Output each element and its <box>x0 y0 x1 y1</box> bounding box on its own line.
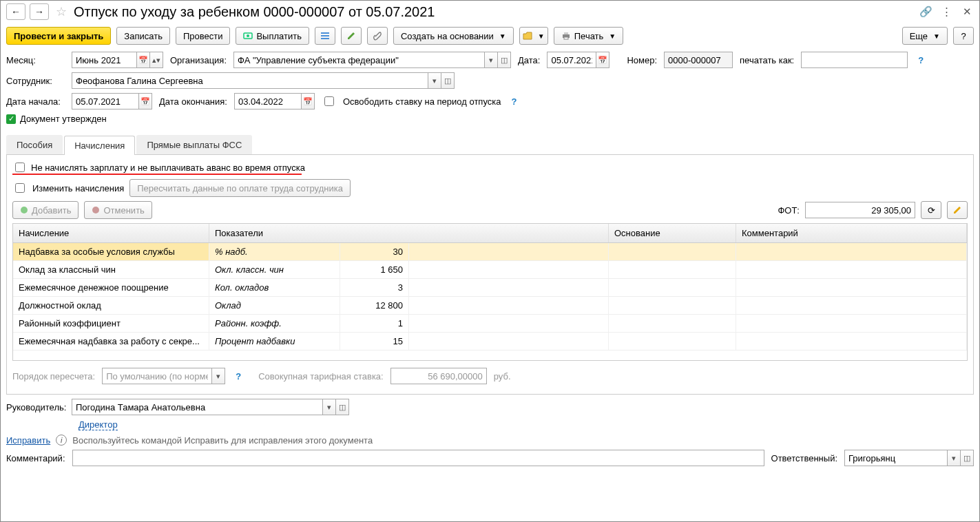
pencil-icon <box>953 206 961 214</box>
change-accruals-checkbox[interactable] <box>15 183 25 193</box>
org-input[interactable] <box>233 52 485 68</box>
refresh-button[interactable]: ⟳ <box>921 201 941 219</box>
chevron-down-icon[interactable]: ▾ <box>428 72 441 89</box>
nocharge-checkbox[interactable] <box>15 163 25 172</box>
paperclip-icon <box>373 31 382 41</box>
enddate-input[interactable] <box>234 93 302 109</box>
table-row[interactable]: Ежемесячная надбавка за работу с секре..… <box>13 333 967 351</box>
table-row[interactable]: Ежемесячное денежное поощрениеКол. оклад… <box>13 279 967 297</box>
org-label: Организация: <box>170 55 227 65</box>
recalc-order-field[interactable]: ▾ <box>102 368 225 384</box>
col-indicators[interactable]: Показатели <box>209 224 609 242</box>
chevron-down-icon[interactable]: ▾ <box>322 399 336 415</box>
cell-comment <box>736 315 967 332</box>
list-view-button[interactable] <box>315 27 335 45</box>
calendar-icon[interactable]: 📅 <box>138 93 152 109</box>
create-based-button[interactable]: Создать на основании▼ <box>393 27 514 45</box>
month-field[interactable]: 📅 ▴▾ <box>72 52 163 68</box>
help-icon[interactable]: ? <box>508 95 520 107</box>
chevron-down-icon[interactable]: ▾ <box>484 52 498 68</box>
enddate-label: Дата окончания: <box>159 96 227 107</box>
approved-checkbox[interactable]: ✓ <box>6 114 16 124</box>
pay-button[interactable]: Выплатить <box>236 27 309 45</box>
info-icon[interactable]: i <box>56 435 67 446</box>
edit-fot-button[interactable] <box>947 201 968 219</box>
cell-basis <box>609 333 736 350</box>
folder-action-button[interactable]: ▼ <box>519 27 548 45</box>
tab-fss[interactable]: Прямые выплаты ФСС <box>136 135 252 154</box>
cell-basis <box>609 297 736 314</box>
month-input[interactable] <box>72 52 137 68</box>
open-icon[interactable]: ◫ <box>497 52 511 68</box>
manager-field[interactable]: ▾ ◫ <box>72 399 349 415</box>
startdate-field[interactable]: 📅 <box>72 93 152 109</box>
correct-link[interactable]: Исправить <box>6 435 50 446</box>
employee-field[interactable]: ▾ ◫ <box>72 72 455 89</box>
nav-forward-button[interactable]: → <box>30 3 49 20</box>
printas-field[interactable] <box>801 52 908 68</box>
cell-indicator: Окл. классн. чин <box>209 261 340 278</box>
number-field[interactable] <box>664 52 733 68</box>
comment-field[interactable] <box>72 450 764 466</box>
startdate-input[interactable] <box>72 93 139 109</box>
save-button[interactable]: Записать <box>116 27 170 45</box>
attach-button[interactable] <box>367 27 388 45</box>
cell-indicator: % надб. <box>209 243 340 260</box>
table-row[interactable]: Районный коэффициентРайонн. коэфф.1 <box>13 315 967 333</box>
more-button[interactable]: Еще▼ <box>902 27 948 45</box>
print-button[interactable]: Печать▼ <box>554 27 624 45</box>
table-row[interactable]: Должностной окладОклад12 800 <box>13 297 967 315</box>
table-row[interactable]: Надбавка за особые условия службы% надб.… <box>13 243 967 261</box>
col-comment[interactable]: Комментарий <box>736 224 967 242</box>
open-icon[interactable]: ◫ <box>441 72 455 89</box>
col-basis[interactable]: Основание <box>609 224 736 242</box>
cell-comment <box>736 333 967 350</box>
nav-back-button[interactable]: ← <box>6 3 25 20</box>
tab-nachislenia[interactable]: Начисления <box>64 136 135 155</box>
kebab-menu-icon[interactable]: ⋮ <box>939 5 953 19</box>
chevron-down-icon[interactable]: ▾ <box>211 368 225 384</box>
org-field[interactable]: ▾ ◫ <box>233 52 511 68</box>
calendar-icon[interactable]: 📅 <box>301 93 315 109</box>
fot-field[interactable] <box>805 202 915 218</box>
agg-rate-field[interactable] <box>390 368 487 384</box>
release-rate-checkbox[interactable] <box>324 96 334 106</box>
cell-accrual: Районный коэффициент <box>13 315 209 332</box>
manager-input[interactable] <box>72 399 323 415</box>
responsible-input[interactable] <box>844 450 948 466</box>
post-button[interactable]: Провести <box>176 27 231 45</box>
svg-rect-2 <box>321 32 329 34</box>
table-row[interactable]: Оклад за классный чинОкл. классн. чин1 6… <box>13 261 967 279</box>
cell-comment <box>736 279 967 296</box>
edit-button[interactable] <box>341 27 362 45</box>
cell-value: 12 800 <box>340 297 409 314</box>
close-icon[interactable]: ✕ <box>960 5 974 19</box>
favorite-star-icon[interactable]: ☆ <box>56 4 67 19</box>
recalc-order-input[interactable] <box>102 368 212 384</box>
link-icon[interactable]: 🔗 <box>919 5 932 19</box>
manager-position-link[interactable]: Директор <box>79 419 118 430</box>
employee-input[interactable] <box>72 72 428 89</box>
col-accrual[interactable]: Начисление <box>13 224 209 242</box>
help-icon[interactable]: ? <box>915 54 927 66</box>
calendar-icon[interactable]: 📅 <box>136 52 150 68</box>
chevron-down-icon[interactable]: ▾ <box>947 450 961 466</box>
help-button[interactable]: ? <box>953 27 974 45</box>
stepper-icon[interactable]: ▴▾ <box>149 52 163 68</box>
tab-posobia[interactable]: Пособия <box>6 135 63 154</box>
recalc-order-label: Порядок пересчета: <box>12 371 95 382</box>
approved-label: Документ утвержден <box>20 114 107 124</box>
open-icon[interactable]: ◫ <box>335 399 349 415</box>
cell-value: 15 <box>340 333 409 350</box>
date-field[interactable]: 📅 <box>547 52 609 68</box>
date-input[interactable] <box>547 52 596 68</box>
responsible-label: Ответственный: <box>771 453 837 463</box>
svg-point-1 <box>247 34 249 37</box>
enddate-field[interactable]: 📅 <box>234 93 315 109</box>
responsible-field[interactable]: ▾ ◫ <box>844 450 974 466</box>
open-icon[interactable]: ◫ <box>960 450 974 466</box>
post-and-close-button[interactable]: Провести и закрыть <box>6 27 111 45</box>
help-icon[interactable]: ? <box>232 370 244 382</box>
number-label: Номер: <box>627 55 657 65</box>
calendar-icon[interactable]: 📅 <box>596 52 609 68</box>
